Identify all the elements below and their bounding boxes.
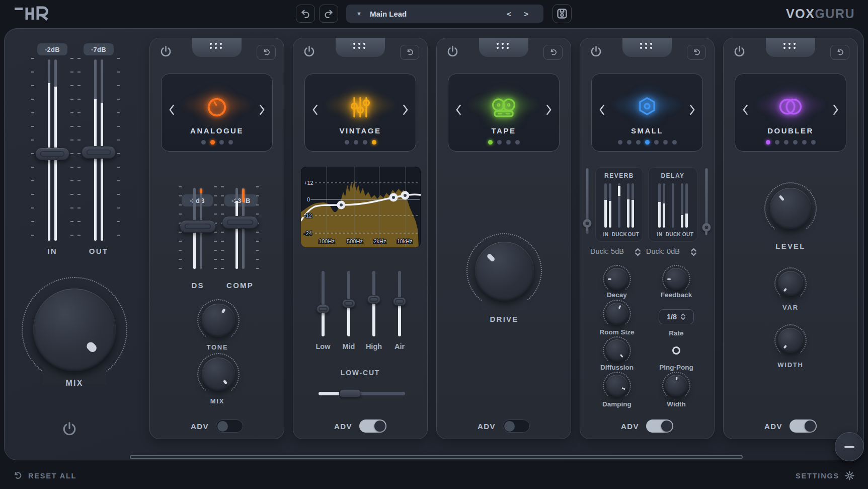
- preset-name[interactable]: Main Lead: [370, 10, 407, 18]
- ping-pong-toggle[interactable]: [672, 346, 680, 355]
- drive-knob[interactable]: [466, 233, 542, 309]
- mix-knob[interactable]: [197, 353, 240, 395]
- preset-prev-button[interactable]: <: [507, 10, 511, 18]
- ds-fader[interactable]: [178, 188, 218, 269]
- reverb-meters: [595, 183, 643, 228]
- reset-module-button[interactable]: [830, 45, 849, 60]
- prev-effect-chevron-icon[interactable]: [168, 103, 176, 116]
- pager-dots[interactable]: [305, 140, 416, 145]
- drag-handle[interactable]: [622, 38, 672, 57]
- input-gain-value[interactable]: -2dB: [37, 43, 67, 55]
- eq-graph[interactable]: +12 0 -12 -24 100Hz 500Hz 2kHz 10kHz: [301, 167, 421, 247]
- damping-label: Damping: [587, 400, 647, 408]
- tick-marks: [31, 58, 34, 242]
- diffussion-knob[interactable]: [603, 336, 631, 365]
- prev-effect-chevron-icon[interactable]: [598, 103, 606, 116]
- level-knob[interactable]: [764, 182, 817, 235]
- reset-module-button[interactable]: [543, 45, 563, 60]
- var-knob[interactable]: [774, 267, 807, 300]
- drag-handle[interactable]: [766, 38, 815, 57]
- high-band-fader[interactable]: [367, 271, 380, 336]
- drag-handle[interactable]: [192, 38, 242, 57]
- global-mix-knob[interactable]: [22, 277, 127, 383]
- effect-selector-card[interactable]: SMALL: [591, 74, 703, 152]
- prev-effect-chevron-icon[interactable]: [741, 103, 750, 116]
- next-effect-chevron-icon[interactable]: [831, 103, 840, 116]
- adv-label: ADV: [764, 422, 782, 431]
- rate-stepper[interactable]: 1/8: [659, 309, 694, 324]
- effect-selector-card[interactable]: ANALOGUE: [161, 74, 273, 152]
- preset-selector[interactable]: ▼ Main Lead < >: [346, 5, 543, 23]
- power-icon[interactable]: [159, 45, 173, 58]
- pager-dots[interactable]: [735, 140, 846, 145]
- stepper-icon[interactable]: [635, 247, 641, 257]
- next-effect-chevron-icon[interactable]: [258, 103, 266, 116]
- fader-handle[interactable]: [222, 216, 258, 229]
- damping-knob[interactable]: [603, 372, 631, 400]
- air-band-fader[interactable]: [393, 271, 406, 336]
- delay-side-slider[interactable]: [702, 168, 711, 234]
- width-knob[interactable]: [774, 324, 807, 357]
- effect-selector-card[interactable]: DOUBLER: [735, 74, 846, 152]
- pager-dots[interactable]: [162, 140, 272, 145]
- reset-module-button[interactable]: [687, 45, 706, 60]
- settings-button[interactable]: SETTINGS: [796, 470, 855, 481]
- ds-label: DS: [178, 281, 218, 290]
- decay-knob[interactable]: [603, 265, 631, 293]
- effect-selector-card[interactable]: VINTAGE: [304, 74, 416, 152]
- next-effect-chevron-icon[interactable]: [544, 103, 553, 116]
- pager-dots[interactable]: [592, 140, 702, 145]
- horizontal-scrollbar[interactable]: [130, 455, 743, 459]
- lowcut-slider[interactable]: [319, 389, 405, 398]
- stepper-icon[interactable]: [690, 247, 697, 257]
- preset-next-button[interactable]: >: [524, 10, 528, 18]
- comp-fader[interactable]: [220, 188, 260, 269]
- collapse-button[interactable]: [835, 432, 864, 461]
- reverb-side-slider[interactable]: [583, 168, 592, 234]
- air-label: Air: [388, 342, 411, 351]
- feedback-knob[interactable]: [662, 265, 690, 293]
- effect-selector-card[interactable]: TAPE: [448, 74, 560, 152]
- reverb-duck-value[interactable]: Duck: 5dB: [590, 247, 624, 255]
- global-power-button[interactable]: [55, 415, 84, 443]
- module-tape: TAPE DRIVE ADV: [436, 38, 571, 439]
- tone-knob[interactable]: [197, 299, 240, 341]
- y-tick: 0: [307, 196, 310, 202]
- slider-handle[interactable]: [339, 389, 361, 397]
- next-effect-chevron-icon[interactable]: [401, 103, 410, 116]
- fader-handle[interactable]: [82, 146, 116, 159]
- adv-toggle[interactable]: [359, 420, 386, 433]
- undo-button[interactable]: [296, 5, 315, 23]
- adv-toggle[interactable]: [646, 420, 673, 433]
- adv-toggle[interactable]: [503, 420, 530, 433]
- save-preset-button[interactable]: [553, 4, 572, 23]
- power-icon[interactable]: [589, 45, 603, 58]
- input-fader[interactable]: [31, 59, 73, 241]
- prev-effect-chevron-icon[interactable]: [454, 103, 463, 116]
- pager-dots[interactable]: [448, 140, 559, 145]
- next-effect-chevron-icon[interactable]: [688, 103, 696, 116]
- x-tick: 100Hz: [319, 238, 335, 244]
- adv-toggle[interactable]: [790, 420, 817, 433]
- drag-handle[interactable]: [336, 38, 385, 57]
- power-icon[interactable]: [446, 45, 459, 58]
- redo-button[interactable]: [319, 5, 338, 23]
- prev-effect-chevron-icon[interactable]: [311, 103, 320, 116]
- drag-handle[interactable]: [479, 38, 528, 57]
- reset-module-button[interactable]: [257, 45, 276, 60]
- room-size-knob[interactable]: [603, 300, 631, 328]
- power-icon[interactable]: [302, 45, 316, 58]
- delay-duck-value[interactable]: Duck: 0dB: [646, 247, 680, 255]
- power-icon[interactable]: [733, 45, 746, 58]
- fader-handle[interactable]: [35, 148, 69, 160]
- width-knob[interactable]: [662, 372, 690, 400]
- fader-handle[interactable]: [180, 220, 216, 233]
- adv-toggle[interactable]: [216, 420, 243, 433]
- reset-all-button[interactable]: RESET ALL: [12, 470, 76, 481]
- reset-module-button[interactable]: [400, 45, 419, 60]
- output-gain-value[interactable]: -7dB: [84, 43, 114, 55]
- output-fader[interactable]: [77, 59, 120, 241]
- low-band-fader[interactable]: [317, 271, 330, 336]
- delay-meters: [648, 183, 697, 228]
- mid-band-fader[interactable]: [342, 271, 355, 336]
